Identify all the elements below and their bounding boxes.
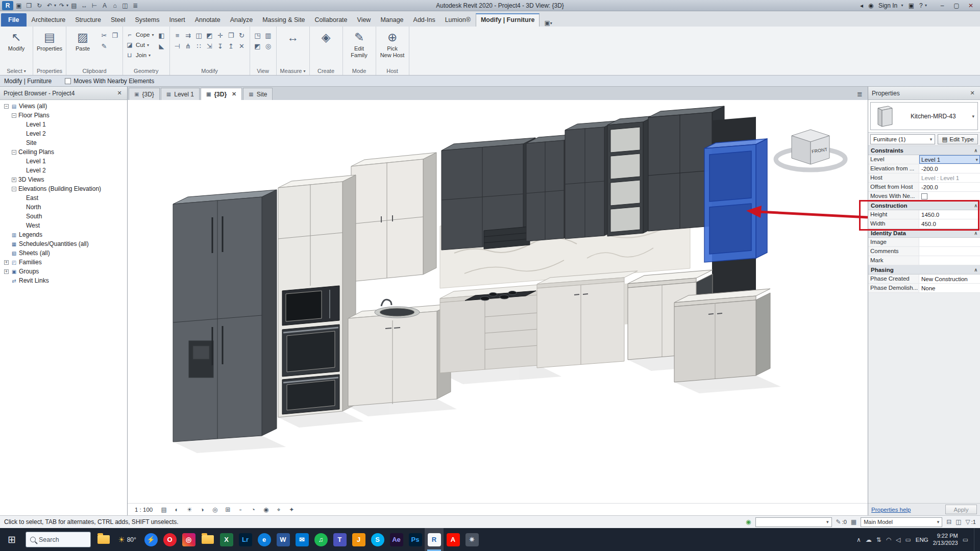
cloud-icon[interactable]: ☁ [866, 536, 872, 543]
ribbon-panel-label-properties[interactable]: Properties [36, 67, 63, 75]
properties-button[interactable]: ▤Properties [36, 28, 63, 52]
chevron-up-icon[interactable]: ∧ [974, 267, 977, 272]
show-desktop-button[interactable] [974, 528, 977, 551]
prop-value-width[interactable]: 450.0 [919, 219, 980, 228]
language-indicator[interactable]: ENG [916, 537, 928, 543]
selected-cabinet[interactable] [704, 139, 767, 262]
prop-value-offset-from-host[interactable]: -200.0 [919, 183, 980, 191]
ribbon-tab-lumion-[interactable]: Lumion® [440, 13, 475, 27]
close-icon[interactable]: ✕ [232, 91, 236, 97]
move-icon[interactable]: ✛ [215, 30, 226, 40]
properties-header[interactable]: Properties ✕ [868, 87, 980, 100]
minimize-button[interactable]: – [935, 1, 949, 11]
shadows-icon[interactable]: ◑ [198, 505, 207, 514]
close-icon[interactable]: ✕ [968, 89, 976, 97]
ribbon-panel-label-geometry[interactable]: Geometry [126, 67, 167, 75]
background-processes-icon[interactable]: ◉ [746, 518, 751, 525]
sign-in-button[interactable]: ◉ Sign In ▾ [868, 2, 903, 9]
ribbon-panel-label-measure[interactable]: Measure▾ [279, 67, 307, 75]
split-face-icon[interactable]: ◣ [157, 41, 167, 51]
chevron-down-icon[interactable]: ▾ [972, 114, 974, 119]
section-icon[interactable]: ◫ [120, 1, 130, 10]
updown-icon[interactable]: ⇅ [876, 536, 881, 543]
expand-icon[interactable]: + [4, 260, 9, 265]
chevron-icon[interactable]: ∧ [856, 536, 861, 543]
checkbox-icon[interactable] [921, 193, 927, 199]
wifi-icon[interactable]: ◠ [886, 536, 891, 543]
ribbon-tab-add-ins[interactable]: Add-Ins [409, 13, 440, 27]
base-cabinet-right[interactable] [674, 289, 770, 382]
modify-options-dropdown[interactable]: ▣▾ [540, 19, 556, 27]
app-store-icon[interactable]: ▣ [909, 2, 914, 9]
volume-icon[interactable]: ◁ [896, 536, 900, 543]
create-button[interactable]: ◈ [312, 28, 340, 45]
ribbon-tab-architecture[interactable]: Architecture [27, 13, 70, 27]
section-phasing[interactable]: Phasing∧ [868, 265, 980, 274]
prop-value-comments[interactable] [919, 247, 980, 256]
collapse-icon[interactable]: − [12, 150, 16, 155]
text-icon[interactable]: A [100, 1, 109, 10]
locked-icon[interactable]: ⌖ [274, 505, 283, 514]
prop-value-host[interactable]: Level : Level 1 [919, 173, 980, 182]
oven-tower[interactable] [278, 175, 356, 417]
copy-icon[interactable]: ❐ [226, 30, 236, 40]
moves-with-nearby-checkbox[interactable]: Moves With Nearby Elements [65, 78, 154, 85]
project-browser-header[interactable]: Project Browser - Project4 ✕ [0, 87, 127, 100]
app-menu-icon[interactable]: R [2, 1, 13, 10]
tree-item-level-2[interactable]: Level 2 [0, 129, 127, 138]
paint-icon[interactable]: ◧ [157, 30, 167, 40]
array-icon[interactable]: ∷ [194, 41, 204, 51]
view-tab-level-1[interactable]: ▦Level 1 [161, 88, 200, 100]
ribbon-tab-structure[interactable]: Structure [70, 13, 106, 27]
prop-value-height[interactable]: 1450.0 [919, 210, 980, 219]
tvp-icon[interactable]: ✦ [287, 505, 296, 514]
category-filter-dropdown[interactable]: Furniture (1)▾ [870, 134, 935, 144]
close-icon[interactable]: ✕ [115, 89, 124, 97]
ribbon-panel-label-select[interactable]: Select▾ [3, 67, 30, 75]
prop-value-phase-created[interactable]: New Construction [919, 274, 980, 283]
taskbar-app-spotify[interactable]: ♫ [311, 528, 330, 551]
taskbar-app-opera[interactable]: O [160, 528, 179, 551]
taskbar-search[interactable]: Search [26, 532, 91, 547]
crop-icon[interactable]: ⊞ [223, 505, 232, 514]
prop-value-level[interactable]: Level 1▾ [919, 155, 980, 164]
clock[interactable]: 9:22 PM2/13/2023 [933, 533, 958, 547]
exclude-options-icon[interactable]: ⊟ [946, 518, 951, 525]
tree-item-groups[interactable]: +▣Groups [0, 267, 127, 276]
ribbon-tab-collaborate[interactable]: Collaborate [310, 13, 352, 27]
tree-item-level-2[interactable]: Level 2 [0, 166, 127, 175]
copy-small-icon[interactable]: ❐ [110, 30, 120, 40]
worksets-dropdown[interactable]: ▾ [755, 517, 832, 527]
ribbon-tab-systems[interactable]: Systems [130, 13, 164, 27]
taskbar-app-instagram[interactable]: ◎ [179, 528, 198, 551]
show-crop-icon[interactable]: ▫ [236, 505, 245, 514]
paste-button[interactable]: ▨Paste [69, 28, 96, 52]
ribbon-panel-label-clipboard[interactable]: Clipboard [69, 67, 120, 75]
base-cabinet-white[interactable] [537, 271, 638, 368]
ribbon-tab-file[interactable]: File [1, 13, 27, 27]
prop-value-mark[interactable] [919, 256, 980, 265]
tree-item-revit-links[interactable]: ⇄Revit Links [0, 276, 127, 285]
editable-only-icon[interactable]: ✎:0 [836, 518, 847, 525]
sun-icon[interactable]: ☀ [185, 505, 194, 514]
battery-icon[interactable]: ▭ [905, 536, 911, 543]
chevron-down-icon[interactable]: ▾ [66, 3, 68, 8]
taskbar-app-revit[interactable]: R [425, 528, 444, 551]
mirror-axis-icon[interactable]: ◫ [194, 30, 204, 40]
collapse-icon[interactable]: − [12, 113, 16, 118]
taskbar-app-after-effects[interactable]: Ae [387, 528, 406, 551]
join-button[interactable]: ⊔Join▾ [126, 50, 154, 60]
visual-style-icon[interactable]: ◐ [172, 505, 181, 514]
taskbar-app-word[interactable]: W [274, 528, 292, 551]
taskbar-app-skype[interactable]: S [368, 528, 387, 551]
view-tab-list-icon[interactable]: ≣ [853, 88, 867, 100]
taskbar-app-photoshop[interactable]: Ps [406, 528, 425, 551]
measure-qat-icon[interactable]: ↔ [80, 1, 89, 10]
tree-item-3d-views[interactable]: +3D Views [0, 175, 127, 184]
section-identity-data[interactable]: Identity Data∧ [868, 229, 980, 238]
ribbon-panel-label-view[interactable]: View [253, 67, 274, 75]
ribbon-tab-insert[interactable]: Insert [164, 13, 189, 27]
reveal-icon[interactable]: ◉ [261, 505, 271, 514]
notification-center-icon[interactable]: ▭ [963, 536, 968, 543]
spice-shelf[interactable] [484, 227, 530, 249]
